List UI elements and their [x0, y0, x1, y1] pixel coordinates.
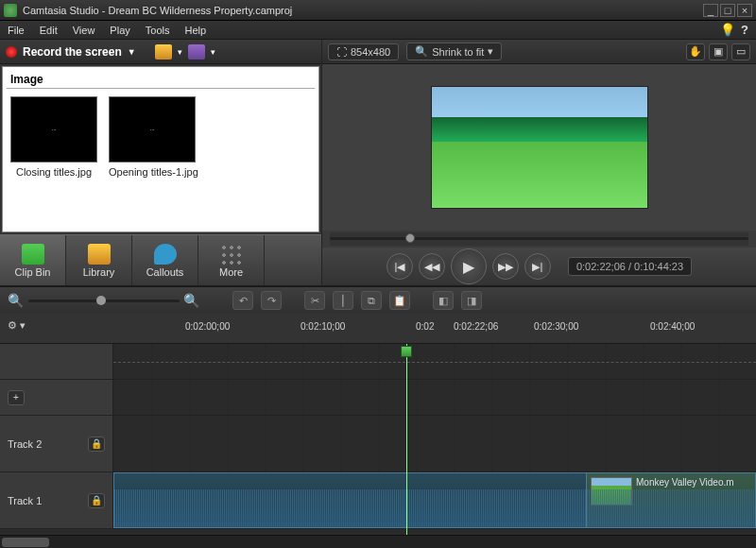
- track-spacer: [0, 344, 756, 380]
- track-name: Track 2: [8, 438, 42, 450]
- playback-controls: |◀ ◀◀ ▶ ▶▶ ▶| 0:02:22;06 / 0:10:44:23: [322, 248, 756, 285]
- left-panel: Record the screen ▼ ▾ ▾ Image ··· Closin…: [0, 40, 321, 285]
- app-icon: [4, 4, 17, 17]
- tab-clip-bin[interactable]: Clip Bin: [0, 235, 66, 285]
- zoom-out-button[interactable]: 🔍: [8, 293, 25, 308]
- lock-button[interactable]: 🔒: [88, 437, 105, 452]
- titlebar: Camtasia Studio - Dream BC Wilderness Pr…: [0, 0, 756, 21]
- panel-tabs: Clip Bin Library Callouts More: [0, 234, 321, 285]
- timeline-body: + Track 2 🔒 Track 1 🔒 Monkey Va: [0, 344, 756, 535]
- library-icon: [88, 244, 111, 265]
- import-dropdown-icon[interactable]: ▾: [178, 47, 182, 57]
- tab-library[interactable]: Library: [66, 235, 132, 285]
- play-button[interactable]: ▶: [451, 248, 487, 284]
- menu-tools[interactable]: Tools: [146, 25, 170, 36]
- forward-button[interactable]: ▶▶: [492, 253, 519, 280]
- marker-button[interactable]: ◧: [433, 291, 454, 310]
- record-icon: [6, 46, 17, 58]
- menu-view[interactable]: View: [73, 25, 95, 36]
- timeline-options-button[interactable]: ⚙ ▾: [8, 319, 30, 338]
- clip-item[interactable]: ··· Closing titles.jpg: [10, 96, 97, 178]
- menu-play[interactable]: Play: [110, 25, 129, 36]
- help-icon[interactable]: ?: [741, 23, 748, 37]
- menubar: File Edit View Play Tools Help 💡 ?: [0, 21, 756, 40]
- search-icon: 🔍: [415, 45, 428, 58]
- callouts-icon: [154, 244, 177, 265]
- scrollbar-thumb[interactable]: [2, 538, 49, 547]
- menu-file[interactable]: File: [8, 25, 25, 36]
- zoom-in-button[interactable]: 🔍: [183, 293, 200, 308]
- close-button[interactable]: ×: [737, 4, 752, 17]
- ruler-label: 0:02:30;00: [534, 321, 578, 332]
- timeline-ruler[interactable]: ⚙ ▾ 0:02:00;000:02:10;000:020:02:30;000:…: [0, 314, 756, 344]
- clip-item[interactable]: ··· Opening titles-1.jpg: [109, 96, 198, 178]
- waveform: [587, 489, 755, 527]
- tab-more[interactable]: More: [198, 235, 265, 285]
- detach-button[interactable]: ▭: [731, 43, 750, 60]
- pan-button[interactable]: ✋: [686, 43, 705, 60]
- marker2-button[interactable]: ◨: [461, 291, 482, 310]
- track-row: Track 2 🔒: [0, 416, 756, 472]
- minimize-button[interactable]: _: [703, 4, 718, 17]
- zoom-button[interactable]: 🔍 Shrink to fit ▾: [406, 43, 502, 60]
- resize-icon: ⛶: [336, 46, 347, 58]
- more-icon: [220, 244, 243, 265]
- import-folder-button[interactable]: [155, 44, 172, 60]
- clip-bin: Image ··· Closing titles.jpg ··· Opening…: [2, 66, 319, 232]
- menu-edit[interactable]: Edit: [40, 25, 58, 36]
- tab-callouts[interactable]: Callouts: [132, 235, 198, 285]
- paste-button[interactable]: 📋: [389, 291, 410, 310]
- record-button[interactable]: Record the screen: [23, 45, 122, 59]
- clip-label: Opening titles-1.jpg: [109, 166, 198, 178]
- scrubber-handle[interactable]: [405, 233, 415, 243]
- fullscreen-button[interactable]: ▣: [709, 43, 728, 60]
- clip-label: Closing titles.jpg: [10, 166, 97, 178]
- record-dropdown-icon[interactable]: ▼: [128, 47, 136, 57]
- record-toolbar: Record the screen ▼ ▾ ▾: [0, 40, 321, 64]
- window-title: Camtasia Studio - Dream BC Wilderness Pr…: [23, 5, 701, 16]
- preview-frame: [431, 86, 648, 209]
- track-content[interactable]: [113, 416, 756, 471]
- zoom-slider[interactable]: [28, 300, 180, 302]
- ruler-label: 0:02: [416, 321, 434, 332]
- add-track-button[interactable]: +: [8, 390, 25, 405]
- maximize-button[interactable]: □: [720, 4, 735, 17]
- timeline-clip[interactable]: Monkey Valley Video.m: [586, 472, 756, 528]
- tips-icon[interactable]: 💡: [720, 23, 735, 37]
- track-name: Track 1: [8, 495, 42, 506]
- menu-help[interactable]: Help: [184, 25, 206, 36]
- preview-toolbar: ⛶ 854x480 🔍 Shrink to fit ▾ ✋ ▣ ▭: [322, 40, 756, 64]
- preview-scrubber[interactable]: [330, 232, 748, 246]
- cut-button[interactable]: ✂: [304, 291, 325, 310]
- playhead-time: 0:02:22;06: [454, 321, 498, 332]
- ruler-label: 0:02:00;00: [185, 321, 230, 332]
- media-dropdown-icon[interactable]: ▾: [211, 47, 215, 57]
- copy-button[interactable]: ⧉: [361, 291, 382, 310]
- next-button[interactable]: ▶|: [524, 253, 551, 280]
- split-button[interactable]: ⎮: [333, 291, 353, 310]
- playhead-handle[interactable]: [401, 346, 412, 357]
- rewind-button[interactable]: ◀◀: [419, 253, 445, 280]
- undo-button[interactable]: ↶: [232, 291, 253, 310]
- import-media-button[interactable]: [188, 44, 205, 60]
- bin-header: Image: [7, 71, 315, 89]
- preview-canvas[interactable]: [322, 64, 756, 231]
- redo-button[interactable]: ↷: [261, 291, 282, 310]
- playhead[interactable]: [406, 344, 407, 535]
- preview-panel: ⛶ 854x480 🔍 Shrink to fit ▾ ✋ ▣ ▭ |◀ ◀◀: [321, 40, 756, 285]
- zoom-handle[interactable]: [96, 296, 106, 305]
- clip-thumbnail: ···: [10, 96, 97, 163]
- lock-button[interactable]: 🔒: [88, 493, 105, 508]
- track-row: Track 1 🔒 Monkey Valley Video.m: [0, 472, 756, 529]
- prev-button[interactable]: |◀: [387, 253, 413, 280]
- track-add: +: [0, 380, 756, 416]
- timeline-scrollbar[interactable]: [0, 535, 756, 548]
- timeline-toolbar: 🔍 🔍 ↶ ↷ ✂ ⎮ ⧉ 📋 ◧ ◨: [0, 287, 756, 314]
- ruler-label: 0:02:40;00: [650, 321, 695, 332]
- timeline: 🔍 🔍 ↶ ↷ ✂ ⎮ ⧉ 📋 ◧ ◨ ⚙ ▾ 0:02:00;000:02:1…: [0, 285, 756, 548]
- timecode-display: 0:02:22;06 / 0:10:44:23: [568, 257, 692, 276]
- dimensions-button[interactable]: ⛶ 854x480: [328, 43, 399, 60]
- track-content[interactable]: Monkey Valley Video.m: [113, 472, 756, 528]
- clip-thumbnail: ···: [109, 96, 196, 163]
- chevron-down-icon: ▾: [488, 45, 493, 58]
